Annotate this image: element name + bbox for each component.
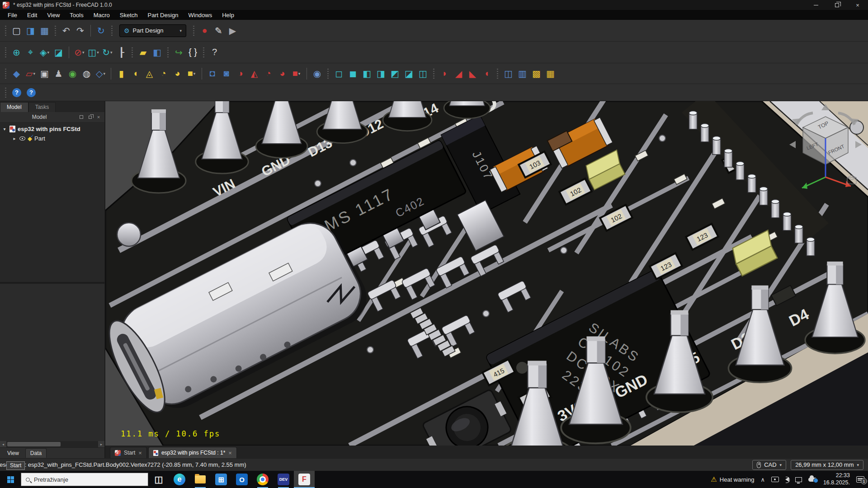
pocket-button[interactable]: ◘ (205, 66, 219, 81)
panel-float-button[interactable] (87, 114, 93, 120)
cube-tool-6-button[interactable]: ◪ (402, 66, 416, 81)
isometric-view-button[interactable]: ◈▾ (38, 45, 52, 60)
measure-button[interactable]: ┠ (114, 45, 128, 60)
fillet-button[interactable]: ◗ (438, 66, 452, 81)
groove-button[interactable]: ◑ (233, 66, 247, 81)
taskbar-app-freecad[interactable]: F (294, 471, 315, 488)
open-document-button[interactable]: ◨ (24, 23, 38, 38)
close-button[interactable]: × (847, 0, 868, 10)
create-body-button[interactable]: ◆ (9, 66, 24, 81)
validate-sketch-button[interactable]: ▣ (38, 66, 52, 81)
macro-record-button[interactable]: ● (198, 23, 212, 38)
draft-button[interactable]: ◣ (466, 66, 480, 81)
additive-helix-button[interactable]: ◕ (170, 66, 184, 81)
hole-button[interactable]: ◙ (219, 66, 233, 81)
taskbar-app-microsoft-store[interactable]: ⊞ (211, 471, 231, 488)
caret-right-icon[interactable]: ▸ (12, 136, 17, 141)
fit-selection-button[interactable]: ⌖ (24, 45, 38, 60)
scroll-right-icon[interactable]: ▸ (98, 441, 104, 447)
caret-down-icon[interactable]: ▾ (2, 127, 7, 131)
viewport-3d[interactable]: J107 AMS 1117 33 C402 SI (105, 101, 868, 446)
start-button[interactable] (0, 471, 21, 488)
onedrive-cloud-icon[interactable] (808, 478, 817, 482)
save-document-button[interactable]: ▦ (38, 23, 52, 38)
menu-sketch[interactable]: Sketch (115, 11, 143, 19)
taskbar-search[interactable] (21, 473, 148, 486)
tree-item-document[interactable]: ▾ esp32 with pins FCStd (2, 124, 104, 134)
clipping-plane-button[interactable]: ⊘▾ (72, 45, 86, 60)
screen-record-icon[interactable] (771, 477, 779, 482)
tab-view[interactable]: View (3, 449, 24, 458)
tab-data[interactable]: Data (25, 448, 47, 458)
boolean-operation-button[interactable]: ◉ (310, 66, 324, 81)
cube-tool-4-button[interactable]: ◨ (374, 66, 388, 81)
scrollbar-track[interactable] (6, 441, 98, 447)
restore-button[interactable] (826, 0, 847, 10)
cube-tool-1-button[interactable]: ◻ (332, 66, 346, 81)
expression-editor-button[interactable]: { } (186, 45, 200, 60)
linear-pattern-button[interactable]: ▥ (515, 66, 529, 81)
macro-run-button[interactable]: ▶ (226, 23, 240, 38)
clone-button[interactable]: ◍ (80, 66, 94, 81)
menu-view[interactable]: View (42, 11, 65, 19)
menu-part-design[interactable]: Part Design (143, 11, 184, 19)
heat-warning[interactable]: ⚠ Heat warning (711, 475, 754, 483)
sub-shape-binder-button[interactable]: ◉ (66, 66, 80, 81)
cube-tool-5-button[interactable]: ◩ (388, 66, 402, 81)
taskbar-app-task-view[interactable]: ◫ (148, 471, 169, 488)
make-link-button[interactable]: ↪ (172, 45, 186, 60)
scene-pcb[interactable]: J107 AMS 1117 33 C402 SI (105, 101, 868, 446)
multi-transform-button[interactable]: ▦ (543, 66, 557, 81)
tab-close-icon[interactable]: × (138, 450, 142, 456)
taskbar-app-outlook[interactable]: O (231, 471, 252, 488)
subtractive-box-button[interactable]: ■▾ (289, 66, 303, 81)
revolution-button[interactable]: ◖ (128, 66, 142, 81)
taskbar-app-edge[interactable]: e (169, 471, 190, 488)
menu-file[interactable]: File (3, 11, 22, 19)
tray-chevron-icon[interactable]: ∧ (760, 476, 765, 483)
menu-windows[interactable]: Windows (183, 11, 217, 19)
navigation-style-button[interactable]: CAD ▾ (752, 460, 786, 470)
menu-edit[interactable]: Edit (22, 11, 42, 19)
create-part-button[interactable]: ▰ (136, 45, 150, 60)
redo-button[interactable]: ↷ (73, 23, 87, 38)
minimize-button[interactable] (806, 0, 826, 10)
new-document-button[interactable]: ▢ (9, 23, 24, 38)
notification-center-icon[interactable]: 1 (856, 476, 864, 483)
polar-pattern-button[interactable]: ▩ (529, 66, 543, 81)
create-group-button[interactable]: ◧ (150, 45, 164, 60)
additive-loft-button[interactable]: ◬ (142, 66, 156, 81)
tree-item-part[interactable]: ▸ ◆✓ Part (2, 134, 104, 143)
cube-tool-7-button[interactable]: ◫ (416, 66, 430, 81)
taskbar-clock[interactable]: 22:33 16.8.2025. (823, 472, 850, 486)
create-datum-button[interactable]: ◇▾ (94, 66, 108, 81)
tab-start-page[interactable]: F Start × (110, 447, 147, 458)
rotate-view-button[interactable]: ↻▾ (100, 45, 114, 60)
dimension-button[interactable]: 26,99 mm x 12,00 mm ▾ (791, 460, 863, 470)
search-input[interactable] (34, 476, 133, 483)
menu-macro[interactable]: Macro (89, 11, 115, 19)
help-whatsthis-2-button[interactable]: ? (27, 88, 36, 97)
subtractive-pipe-button[interactable]: ◔ (261, 66, 275, 81)
macro-edit-button[interactable]: ✎ (212, 23, 226, 38)
speaker-icon[interactable] (785, 477, 789, 482)
tab-tasks[interactable]: Tasks (28, 102, 56, 112)
tab-close-icon[interactable]: × (228, 450, 232, 456)
draw-style-button[interactable]: ◫▾ (86, 45, 100, 60)
chamfer-button[interactable]: ◢ (452, 66, 466, 81)
panel-minimize-button[interactable] (78, 114, 85, 120)
scroll-left-icon[interactable]: ◂ (0, 441, 6, 447)
mirrored-button[interactable]: ◫ (501, 66, 515, 81)
menu-help[interactable]: Help (217, 11, 239, 19)
tab-model[interactable]: Model (0, 102, 28, 112)
thickness-button[interactable]: ◖ (480, 66, 494, 81)
additive-box-button[interactable]: ■▾ (184, 66, 198, 81)
workbench-selector[interactable]: ⚙Part Design▾ (119, 24, 186, 37)
shape-binder-button[interactable]: ♟ (52, 66, 66, 81)
scrollbar-thumb[interactable] (7, 442, 61, 446)
help-whatsthis-1-button[interactable]: ? (12, 88, 21, 97)
subtractive-helix-button[interactable]: ◕ (275, 66, 289, 81)
section-view-button[interactable]: ◪ (52, 45, 66, 60)
horizontal-scrollbar[interactable]: ◂ ▸ (0, 441, 104, 447)
subtractive-loft-button[interactable]: ◭ (247, 66, 261, 81)
